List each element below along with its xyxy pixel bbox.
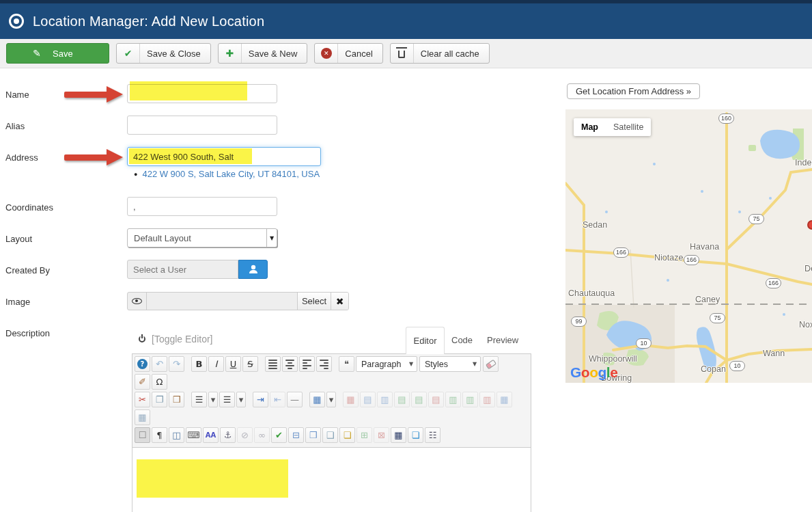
table-menu[interactable]: ▾ <box>326 392 336 407</box>
toggle-guidelines-button[interactable]: ▦ <box>135 409 150 425</box>
cleanup-icon: ✐ <box>139 377 146 386</box>
show-invisibles-button[interactable]: ¶ <box>152 427 167 443</box>
plus-icon: ✚ <box>219 44 242 63</box>
special-char-button[interactable]: Ω <box>152 374 167 390</box>
select-user-button[interactable] <box>238 260 268 279</box>
created-by-input[interactable] <box>127 260 238 279</box>
cleanup-button[interactable]: ✐ <box>135 374 150 390</box>
undo-icon: ↶ <box>156 360 163 368</box>
insert-pagebreak-button[interactable]: ❏ <box>408 427 423 443</box>
route-shield-99: 99 <box>571 316 587 327</box>
layout-split-icon: ⊟ <box>292 431 300 440</box>
insert-table-icon: ▦ <box>313 395 321 404</box>
insert-row-after-icon: ▤ <box>415 395 423 404</box>
image-path-field[interactable] <box>147 293 297 310</box>
font-color-button[interactable]: AA <box>203 427 219 443</box>
align-justify-button[interactable] <box>265 356 281 372</box>
blockquote-icon: ❝ <box>344 360 349 368</box>
bold-button[interactable]: B <box>191 356 207 372</box>
tab-editor[interactable]: Editor <box>406 327 445 354</box>
get-location-button[interactable]: Get Location From Address » <box>567 83 700 99</box>
save-button[interactable]: ✎Save <box>6 43 109 64</box>
bullet-list-button[interactable]: ☰ <box>219 392 235 407</box>
numbered-list-button[interactable]: ☰ <box>191 392 207 407</box>
copy-icon: ❐ <box>156 395 164 404</box>
layout-split-button[interactable]: ⊟ <box>288 427 304 443</box>
outdent-icon: ⇤ <box>274 395 281 404</box>
cancel-button[interactable]: ✕Cancel <box>314 43 382 64</box>
cancel-label: Cancel <box>338 49 382 59</box>
remove-format-button[interactable] <box>483 356 499 372</box>
map-type-map-button[interactable]: Map <box>574 118 606 136</box>
layout-select[interactable]: Default Layout ▼ <box>127 228 277 247</box>
underline-button[interactable]: U <box>225 356 241 372</box>
tab-code[interactable]: Code <box>451 335 473 345</box>
annotation-arrow-name <box>64 86 124 103</box>
address-suggestion-link[interactable]: 422 W 900 S, Salt Lake City, UT 84101, U… <box>142 169 320 179</box>
fieldset-button[interactable]: ☷ <box>425 427 440 443</box>
map-label-wann: Wann <box>763 349 785 358</box>
tab-preview[interactable]: Preview <box>487 335 518 345</box>
map-graphics <box>565 109 812 383</box>
highlight-address-field <box>129 148 252 164</box>
cancel-circle-icon: ✕ <box>315 44 338 63</box>
visual-blocks-icon: ☐ <box>139 431 147 440</box>
horizontal-rule-button[interactable]: — <box>287 392 303 407</box>
toggle-guidelines-icon: ▦ <box>138 413 146 422</box>
save-label: Save <box>46 49 83 59</box>
cut-button[interactable]: ✂ <box>135 392 150 407</box>
doc-remove-icon: ⊠ <box>378 431 385 440</box>
bullet-list-menu[interactable]: ▾ <box>236 392 246 407</box>
toggle-editor-row[interactable]: [Toggle Editor] <box>139 334 213 345</box>
paste-icon: ❒ <box>173 395 181 404</box>
insert-table-button[interactable]: ▦ <box>309 392 325 407</box>
address-suggestion[interactable]: ● 422 W 900 S, Salt Lake City, UT 84101,… <box>134 169 320 179</box>
doc-add-icon: ⊞ <box>361 431 368 440</box>
link-button: ∞ <box>254 427 270 443</box>
fieldset-icon: ☷ <box>429 431 437 440</box>
align-center-button[interactable] <box>282 356 298 372</box>
preview-toggle-addon[interactable] <box>128 293 147 310</box>
dialog-window-button[interactable]: ❒ <box>305 427 321 443</box>
redo-button[interactable]: ↷ <box>169 356 184 372</box>
align-left-button[interactable] <box>299 356 315 372</box>
image-clear-button[interactable]: ✖ <box>331 293 348 310</box>
paste-button[interactable]: ❒ <box>169 392 184 407</box>
insert-doc-link-button[interactable]: ❑ <box>322 427 338 443</box>
indent-button[interactable]: ⇥ <box>253 392 268 407</box>
alias-label: Alias <box>5 121 25 131</box>
strikethrough-button[interactable]: S <box>242 356 258 372</box>
map-label-de: De <box>804 264 812 273</box>
coordinates-input[interactable] <box>127 197 277 216</box>
italic-button[interactable]: I <box>208 356 224 372</box>
map-marker-icon <box>807 220 812 230</box>
copy-button[interactable]: ❐ <box>152 392 167 407</box>
align-right-icon <box>320 360 328 369</box>
image-select-button[interactable]: Select <box>297 293 331 310</box>
show-invisibles-icon: ¶ <box>156 431 162 440</box>
numbered-list-menu[interactable]: ▾ <box>208 392 218 407</box>
save-close-button[interactable]: ✔Save & Close <box>116 43 211 64</box>
undo-button[interactable]: ↶ <box>152 356 167 372</box>
clear-cache-label: Clear all cache <box>414 49 489 59</box>
insert-button-button[interactable]: ⌨ <box>186 427 201 443</box>
blockquote-button[interactable]: ❝ <box>339 356 354 372</box>
preview-button[interactable]: ◫ <box>169 427 184 443</box>
anchor-button[interactable]: ⚓ <box>220 427 236 443</box>
styles-select[interactable]: Styles▼ <box>419 356 481 372</box>
map-canvas[interactable]: Map Satellite Google SedanHavanaNiotazeC… <box>565 109 812 383</box>
map-type-satellite-button[interactable]: Satellite <box>606 118 651 136</box>
help-button[interactable]: ? <box>135 356 150 372</box>
spellcheck-button[interactable]: ✔ <box>271 427 287 443</box>
clear-cache-button[interactable]: Clear all cache <box>390 43 490 64</box>
format-select[interactable]: Paragraph▼ <box>356 356 417 372</box>
edit-icon: ✎ <box>33 44 41 63</box>
dialog-window-icon: ❒ <box>309 431 318 440</box>
insert-media-button[interactable]: ▦ <box>391 427 406 443</box>
insert-doc-link-icon: ❑ <box>326 431 335 440</box>
align-right-button[interactable] <box>316 356 332 372</box>
insert-image-button[interactable]: ❏ <box>339 427 355 443</box>
alias-input[interactable] <box>127 116 277 135</box>
visual-blocks-button[interactable]: ☐ <box>135 427 150 443</box>
save-new-button[interactable]: ✚Save & New <box>218 43 308 64</box>
